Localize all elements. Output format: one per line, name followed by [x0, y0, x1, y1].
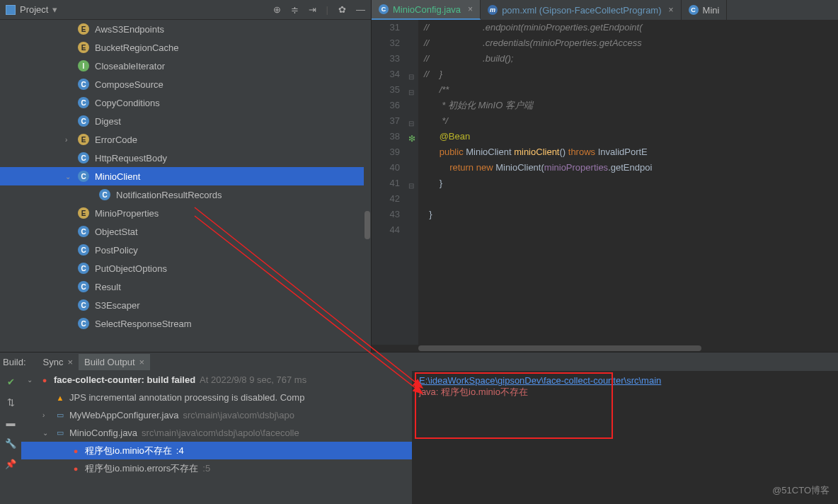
class-icon: C: [78, 152, 89, 164]
expand-icon[interactable]: ≑: [291, 4, 299, 15]
hide-icon[interactable]: —: [356, 4, 365, 15]
tree-item[interactable]: CHttpRequestBody: [0, 149, 371, 167]
h-scrollbar[interactable]: [372, 345, 838, 352]
tree-item[interactable]: ICloseableIterator: [0, 57, 371, 75]
class-icon: C: [78, 318, 89, 329]
build-tree[interactable]: ⌄●face-collect-counter: build failed At …: [21, 371, 412, 504]
expander-icon[interactable]: ›: [42, 411, 51, 419]
editor-tab[interactable]: CMinioConfig.java×: [372, 0, 481, 20]
build-tab-label: Build Output: [84, 357, 135, 367]
build-row-meta: :4: [176, 445, 184, 456]
build-row[interactable]: ●程序包io.minio不存在 :4: [21, 442, 412, 459]
scrollbar-thumb[interactable]: [365, 211, 370, 239]
warn-icon: ▲: [55, 393, 65, 403]
close-icon[interactable]: ×: [67, 357, 73, 367]
tree-item[interactable]: ⌄CMinioClient: [0, 167, 371, 185]
gear-icon[interactable]: ✿: [338, 4, 346, 15]
locate-icon[interactable]: ⊕: [273, 4, 281, 15]
check-icon[interactable]: ✔: [7, 377, 15, 387]
line-gutter: 3132333435363738394041424344: [372, 20, 407, 352]
tree-item-label: BucketRegionCache: [95, 42, 179, 53]
close-icon[interactable]: ×: [468, 4, 473, 14]
chevron-down-icon[interactable]: ▾: [52, 4, 57, 15]
build-row-text: MyWebAppConfigurer.java: [69, 410, 178, 420]
collapse-icon[interactable]: ⇥: [309, 4, 316, 15]
tree-item-label: MinioProperties: [95, 208, 159, 219]
file-icon: m: [488, 5, 498, 15]
tree-item-label: S3Escaper: [95, 300, 140, 311]
class-icon: C: [78, 263, 89, 274]
build-row[interactable]: ●程序包io.minio.errors不存在 :5: [21, 459, 412, 477]
class-icon: E: [78, 42, 89, 53]
class-icon: C: [78, 115, 89, 127]
build-row[interactable]: ›▭MyWebAppConfigurer.java src\main\java\…: [21, 406, 412, 424]
editor-tab[interactable]: mpom.xml (Gipson-FaceCollectProgram)×: [481, 0, 681, 20]
code-area[interactable]: 3132333435363738394041424344 ⊟⊟⊟⊟ // .en…: [372, 20, 838, 352]
build-label: Build:: [3, 357, 26, 367]
up-down-icon[interactable]: ⇅: [7, 397, 15, 408]
tree-item-label: Digest: [95, 116, 121, 127]
build-row-text: MinioConfig.java: [69, 428, 137, 438]
build-tab[interactable]: Build Output×: [79, 354, 150, 370]
tree-item[interactable]: CComposeSource: [0, 75, 371, 93]
err-icon: ●: [71, 446, 81, 456]
scrollbar[interactable]: [364, 20, 371, 352]
file-icon: C: [379, 4, 389, 14]
close-icon[interactable]: ×: [669, 5, 674, 15]
err-icon: ●: [71, 464, 81, 474]
wrench-icon[interactable]: 🔧: [5, 438, 16, 449]
h-scrollbar-thumb[interactable]: [418, 345, 701, 351]
fold-gutter[interactable]: ⊟⊟⊟⊟: [407, 20, 418, 352]
build-row[interactable]: ⌄▭MinioConfig.java src\main\java\com\dsb…: [21, 424, 412, 442]
tree-item-label: ComposeSource: [95, 79, 163, 90]
build-row-meta: :5: [202, 463, 210, 474]
editor-pane: CMinioConfig.java×mpom.xml (Gipson-FaceC…: [371, 0, 838, 352]
sidebar-toolbar: ⊕ ≑ ⇥ | ✿ —: [273, 4, 365, 15]
tree-item[interactable]: CPostPolicy: [0, 241, 371, 259]
tree-item-label: AwsS3Endpoints: [95, 24, 164, 35]
filter-icon[interactable]: ▬: [6, 418, 16, 428]
tree-item[interactable]: CDigest: [0, 112, 371, 130]
class-icon: C: [99, 189, 110, 200]
pin-icon[interactable]: 📌: [5, 459, 16, 469]
tab-label: Mini: [703, 5, 720, 16]
tree-item[interactable]: CResult: [0, 277, 371, 296]
editor-tabs: CMinioConfig.java×mpom.xml (Gipson-FaceC…: [372, 0, 838, 20]
class-icon: C: [78, 171, 89, 182]
tree-item[interactable]: ›EErrorCode: [0, 130, 371, 149]
tree-item[interactable]: CPutObjectOptions: [0, 259, 371, 277]
tree-item[interactable]: CCopyConditions: [0, 93, 371, 112]
tree-item-label: MinioClient: [95, 171, 140, 182]
build-row[interactable]: ▲JPS incremental annotation processing i…: [21, 389, 412, 406]
build-tool-strip: ✔ ⇅ ▬ 🔧 📌: [0, 371, 21, 504]
code-lines[interactable]: // .endpoint(minioProperties.getEndpoint…: [418, 20, 838, 352]
tree-item[interactable]: CSelectResponseStream: [0, 314, 371, 333]
build-row-meta: At 2022/9/8 9 sec, 767 ms: [200, 374, 306, 385]
class-icon: C: [78, 281, 89, 292]
tree-item[interactable]: EBucketRegionCache: [0, 38, 371, 57]
expander-icon[interactable]: ⌄: [27, 376, 35, 384]
sidebar-title[interactable]: Project: [20, 4, 48, 15]
editor-tab[interactable]: CMini: [682, 0, 728, 20]
build-tab-label: Sync: [43, 357, 64, 367]
tree-item-label: ErrorCode: [95, 134, 137, 145]
tree-item[interactable]: CObjectStat: [0, 222, 371, 241]
project-sidebar: Project ▾ ⊕ ≑ ⇥ | ✿ — EAwsS3EndpointsEBu…: [0, 0, 371, 352]
tree-item[interactable]: CNotificationResultRecords: [0, 185, 371, 204]
build-row-meta: src\main\java\com\dsbj\apo: [183, 410, 294, 420]
tree-item[interactable]: CS3Escaper: [0, 296, 371, 314]
err-icon: ●: [40, 375, 50, 385]
tree-item[interactable]: EAwsS3Endpoints: [0, 20, 371, 38]
build-row[interactable]: ⌄●face-collect-counter: build failed At …: [21, 371, 412, 389]
project-tree[interactable]: EAwsS3EndpointsEBucketRegionCacheIClosea…: [0, 20, 371, 352]
expander-icon[interactable]: ⌄: [65, 173, 71, 181]
build-row-text: JPS incremental annotation processing is…: [69, 392, 304, 403]
expander-icon[interactable]: ›: [65, 136, 67, 144]
class-icon: C: [78, 226, 89, 237]
tab-label: pom.xml (Gipson-FaceCollectProgram): [502, 5, 661, 16]
divider: |: [326, 4, 328, 15]
tree-item[interactable]: EMinioProperties: [0, 204, 371, 222]
close-icon[interactable]: ×: [139, 357, 145, 367]
build-tab[interactable]: Sync×: [38, 354, 79, 370]
expander-icon[interactable]: ⌄: [42, 429, 51, 437]
